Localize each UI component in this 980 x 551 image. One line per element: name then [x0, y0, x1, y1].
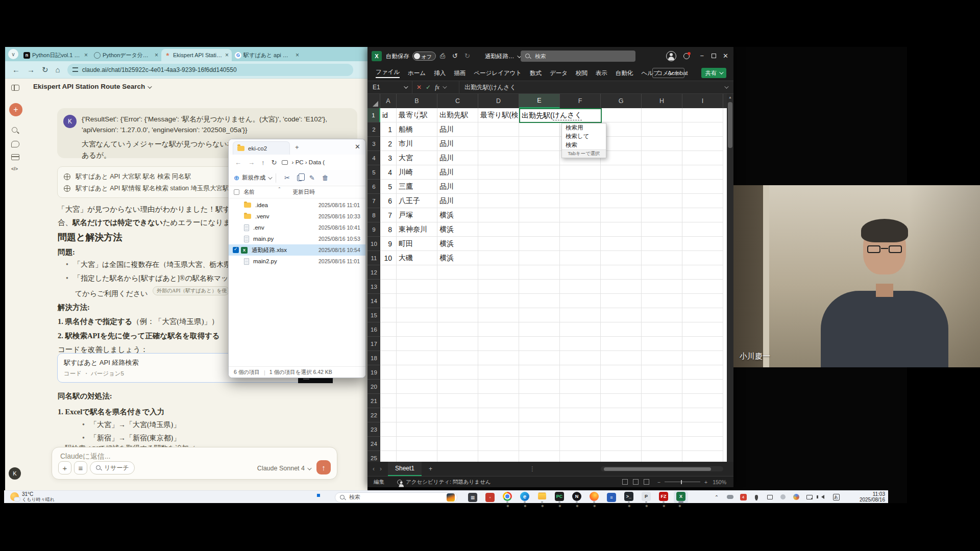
excel-cell[interactable]: 東神奈川 — [397, 222, 437, 237]
excel-cell[interactable] — [682, 180, 723, 194]
excel-cell[interactable] — [682, 408, 723, 422]
taskbar-search[interactable]: 検索 — [335, 492, 457, 503]
excel-row-header[interactable]: 5 — [368, 165, 380, 180]
excel-cell[interactable] — [601, 437, 642, 451]
excel-cell[interactable]: 4 — [380, 165, 397, 180]
select-all-checkbox[interactable] — [234, 189, 239, 195]
excel-cell[interactable] — [380, 280, 397, 294]
excel-cell[interactable] — [519, 394, 560, 408]
excel-row-header[interactable]: 6 — [368, 180, 380, 194]
excel-cell[interactable] — [519, 151, 560, 165]
refresh-icon[interactable]: ↻ — [272, 159, 277, 166]
reload-icon[interactable]: ↻ — [42, 65, 48, 74]
excel-cell[interactable] — [519, 351, 560, 365]
excel-cell[interactable] — [437, 280, 478, 294]
accessibility-status[interactable]: アクセシビリティ: 問題ありません — [406, 479, 491, 486]
excel-cell[interactable] — [642, 437, 682, 451]
excel-cell[interactable] — [380, 322, 397, 337]
excel-cell[interactable]: 川崎 — [397, 165, 437, 180]
excel-cell[interactable] — [478, 208, 519, 222]
excel-cell[interactable] — [560, 422, 601, 437]
excel-cell[interactable] — [682, 294, 723, 308]
chats-icon[interactable] — [11, 141, 19, 147]
excel-cell[interactable] — [478, 222, 519, 237]
tray-cast-icon[interactable] — [804, 492, 815, 502]
tray-copilot-icon[interactable] — [791, 492, 801, 502]
excel-cell[interactable] — [601, 451, 642, 462]
excel-column-header[interactable]: E — [519, 94, 560, 108]
excel-cell[interactable] — [397, 365, 437, 380]
excel-cell[interactable] — [380, 294, 397, 308]
excel-cell[interactable] — [478, 165, 519, 180]
ime-candidate[interactable]: 検索 — [562, 141, 606, 149]
excel-row-header[interactable]: 3 — [368, 137, 380, 151]
zoom-in-icon[interactable]: + — [704, 479, 707, 485]
start-button[interactable] — [317, 494, 324, 501]
excel-row-header[interactable]: 7 — [368, 194, 380, 208]
excel-cell[interactable] — [397, 394, 437, 408]
excel-cell[interactable] — [437, 265, 478, 280]
excel-cell[interactable] — [519, 165, 560, 180]
workbook-name[interactable]: 通勤経路… — [485, 53, 520, 60]
tray-window-icon[interactable] — [765, 492, 775, 502]
sidebar-toggle-icon[interactable] — [11, 85, 19, 91]
excel-cell[interactable] — [519, 251, 560, 265]
taskbar-terminal-icon[interactable]: >_ — [622, 491, 636, 503]
taskbar-pycharm-icon[interactable]: PC — [552, 491, 567, 503]
excel-cell[interactable] — [478, 237, 519, 251]
sheet-prev-icon[interactable]: ‹ — [373, 465, 375, 472]
excel-cell[interactable]: 三鷹 — [397, 180, 437, 194]
excel-cell[interactable] — [642, 265, 682, 280]
excel-row-header[interactable]: 2 — [368, 122, 380, 137]
research-button[interactable]: リサーチ — [90, 461, 135, 474]
excel-cell[interactable] — [478, 422, 519, 437]
excel-cell[interactable] — [478, 437, 519, 451]
excel-cell[interactable] — [601, 251, 642, 265]
excel-cell[interactable] — [437, 294, 478, 308]
excel-cell[interactable] — [519, 180, 560, 194]
excel-cell[interactable] — [642, 451, 682, 462]
excel-cell[interactable]: 横浜 — [437, 222, 478, 237]
ribbon-tab[interactable]: 自動化 — [616, 69, 633, 77]
excel-cell[interactable] — [682, 308, 723, 322]
ribbon-tab[interactable]: ファイル — [376, 68, 400, 78]
excel-cell[interactable] — [478, 408, 519, 422]
new-chat-button[interactable]: + — [9, 103, 22, 116]
browser-tab[interactable]: *Ekispert API Station Route Sear× — [161, 49, 232, 61]
lightbulb-icon[interactable] — [683, 53, 690, 59]
excel-cell[interactable] — [642, 165, 682, 180]
ribbon-tab[interactable]: データ — [550, 69, 568, 77]
excel-cell[interactable] — [682, 222, 723, 237]
ime-candidate[interactable]: 検索用 — [562, 123, 606, 132]
attach-button[interactable]: + — [58, 461, 71, 474]
excel-row-header[interactable]: 20 — [368, 380, 380, 394]
excel-cell[interactable] — [601, 337, 642, 351]
excel-cell[interactable] — [601, 165, 642, 180]
excel-cell[interactable] — [519, 451, 560, 462]
excel-cell[interactable]: 品川 — [437, 151, 478, 165]
excel-cell[interactable] — [682, 137, 723, 151]
excel-column-header[interactable]: H — [642, 94, 682, 108]
select-all-corner[interactable] — [368, 94, 380, 108]
ribbon-tab[interactable]: 表示 — [596, 69, 607, 77]
excel-row-header[interactable]: 15 — [368, 308, 380, 322]
excel-cell[interactable] — [560, 222, 601, 237]
name-column-header[interactable]: 名前 — [243, 188, 255, 196]
undo-icon[interactable]: ↺ — [452, 52, 458, 60]
back-icon[interactable]: ← — [12, 65, 20, 74]
taskbar-chrome-icon[interactable] — [500, 491, 514, 503]
excel-cell[interactable] — [519, 294, 560, 308]
excel-cell[interactable] — [642, 208, 682, 222]
excel-cell[interactable] — [437, 337, 478, 351]
excel-cell[interactable] — [682, 380, 723, 394]
taskbar-notion-icon[interactable]: N — [570, 491, 584, 503]
sheet-tab[interactable]: Sheet1 — [388, 462, 422, 476]
artifacts-icon[interactable]: </> — [11, 166, 19, 174]
excel-row-header[interactable]: 13 — [368, 280, 380, 294]
excel-cell[interactable] — [478, 251, 519, 265]
excel-cell[interactable] — [397, 380, 437, 394]
vertical-scrollbar[interactable]: ▲ — [727, 94, 733, 462]
excel-cell[interactable] — [478, 151, 519, 165]
excel-cell[interactable] — [682, 351, 723, 365]
excel-cell[interactable] — [519, 380, 560, 394]
